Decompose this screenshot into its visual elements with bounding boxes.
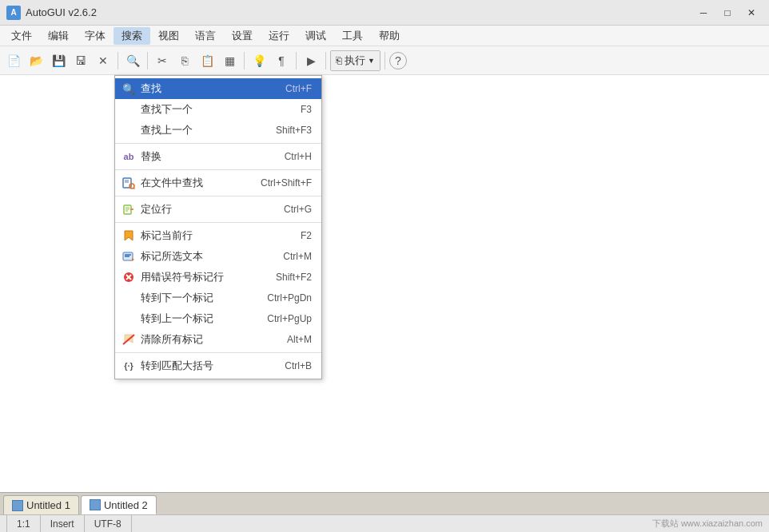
toolbar-open-button[interactable]: 📂 xyxy=(26,50,46,71)
mark-selected-label: 标记所选文本 xyxy=(141,249,203,264)
tab-bar: Untitled 1 Untitled 2 xyxy=(0,492,769,514)
main-area: 🔍 查找 Ctrl+F 查找下一个 F3 查找上一个 Shift+F3 ab xyxy=(0,75,769,492)
status-bar: 1:1 Insert UTF-8 下载站 www.xiazaizhan.com xyxy=(0,514,769,532)
exec-icon: ⎗ xyxy=(336,54,342,66)
toolbar-cut-button[interactable]: ✂ xyxy=(152,50,173,71)
toolbar-close-button[interactable]: ✕ xyxy=(93,50,114,71)
title-bar: A AutoGUI v2.6.2 ─ □ ✕ xyxy=(0,0,769,26)
menu-replace[interactable]: ab 替换 Ctrl+H xyxy=(115,146,321,167)
next-bookmark-shortcut: Ctrl+PgDn xyxy=(267,292,312,304)
tab1-icon xyxy=(12,500,23,511)
menu-tools[interactable]: 工具 xyxy=(334,27,371,45)
status-encoding: UTF-8 xyxy=(85,515,132,532)
prev-bookmark-label: 转到上一个标记 xyxy=(141,312,213,326)
find-in-files-label: 在文件中查找 xyxy=(141,176,203,190)
title-bar-controls: ─ □ ✕ xyxy=(692,4,763,22)
menu-find-in-files[interactable]: 在文件中查找 Ctrl+Shift+F xyxy=(115,173,321,193)
match-brace-label: 转到匹配大括号 xyxy=(141,359,213,373)
toolbar-new-button[interactable]: 📄 xyxy=(3,50,24,71)
replace-shortcut: Ctrl+H xyxy=(285,151,312,162)
menu-language[interactable]: 语言 xyxy=(187,27,224,45)
tab-untitled2[interactable]: Untitled 2 xyxy=(81,495,157,514)
menu-settings[interactable]: 设置 xyxy=(224,27,261,45)
search-dropdown-menu: 🔍 查找 Ctrl+F 查找下一个 F3 查找上一个 Shift+F3 ab xyxy=(114,75,322,379)
mark-error-icon xyxy=(122,270,136,284)
next-bookmark-label: 转到下一个标记 xyxy=(141,291,213,305)
match-brace-icon: {·} xyxy=(122,359,136,373)
toolbar-sep-4 xyxy=(296,52,297,69)
menu-search[interactable]: 搜索 xyxy=(114,27,150,45)
watermark: 下载站 www.xiazaizhan.com xyxy=(652,518,763,530)
toolbar-copy-button[interactable]: ⎘ xyxy=(174,50,195,71)
maximize-button[interactable]: □ xyxy=(716,4,739,22)
menu-mark-selected[interactable]: 标记所选文本 Ctrl+M xyxy=(115,246,321,267)
goto-line-shortcut: Ctrl+G xyxy=(284,204,312,215)
toolbar-select-button[interactable]: ▦ xyxy=(219,50,240,71)
find-prev-label: 查找上一个 xyxy=(141,123,193,137)
menu-find-prev[interactable]: 查找上一个 Shift+F3 xyxy=(115,120,321,141)
menu-edit[interactable]: 编辑 xyxy=(40,27,77,45)
menu-find-next[interactable]: 查找下一个 F3 xyxy=(115,99,321,120)
find-prev-shortcut: Shift+F3 xyxy=(276,125,312,136)
menu-next-bookmark[interactable]: 转到下一个标记 Ctrl+PgDn xyxy=(115,288,321,308)
menu-clear-bookmarks[interactable]: 清除所有标记 Alt+M xyxy=(115,329,321,350)
menu-goto-line[interactable]: 定位行 Ctrl+G xyxy=(115,199,321,220)
toolbar-help-button[interactable]: ? xyxy=(389,52,407,69)
toolbar-saveas-button[interactable]: 🖫 xyxy=(70,50,91,71)
menu-debug[interactable]: 调试 xyxy=(297,27,334,45)
toolbar-save-button[interactable]: 💾 xyxy=(48,50,69,71)
toolbar-sep-5 xyxy=(325,52,326,69)
app-icon: A xyxy=(6,6,21,20)
status-position: 1:1 xyxy=(6,515,41,532)
title-bar-title: AutoGUI v2.6.2 xyxy=(26,6,97,18)
tab-untitled1[interactable]: Untitled 1 xyxy=(3,495,79,514)
menu-font[interactable]: 字体 xyxy=(77,27,114,45)
toolbar-bookmark-button[interactable]: 💡 xyxy=(249,50,269,71)
svg-line-2 xyxy=(133,188,134,189)
close-button[interactable]: ✕ xyxy=(740,4,763,22)
next-bookmark-icon xyxy=(122,291,136,305)
dd-sep-3 xyxy=(115,196,321,197)
mark-error-label: 用错误符号标记行 xyxy=(141,270,224,284)
match-brace-shortcut: Ctrl+B xyxy=(285,360,312,371)
menu-run[interactable]: 运行 xyxy=(261,27,297,45)
toolbar-sep-3 xyxy=(244,52,245,69)
toolbar: 📄 📂 💾 🖫 ✕ 🔍 ✂ ⎘ 📋 ▦ 💡 ¶ ▶ ⎗ 执行 ▼ ? xyxy=(0,46,769,75)
menu-find[interactable]: 🔍 查找 Ctrl+F xyxy=(115,78,321,99)
menu-match-brace[interactable]: {·} 转到匹配大括号 Ctrl+B xyxy=(115,355,321,376)
toolbar-search-button[interactable]: 🔍 xyxy=(122,50,143,71)
goto-line-label: 定位行 xyxy=(141,202,172,216)
dd-sep-4 xyxy=(115,222,321,223)
mark-error-shortcut: Shift+F2 xyxy=(276,272,312,283)
toolbar-paste-button[interactable]: 📋 xyxy=(197,50,217,71)
minimize-button[interactable]: ─ xyxy=(692,4,715,22)
menu-view[interactable]: 视图 xyxy=(150,27,187,45)
mark-selected-icon xyxy=(122,249,136,264)
find-label: 查找 xyxy=(141,81,161,96)
toolbar-bookmark2-button[interactable]: ¶ xyxy=(271,50,292,71)
find-icon: 🔍 xyxy=(122,81,136,96)
menu-file[interactable]: 文件 xyxy=(3,27,40,45)
goto-line-icon xyxy=(122,202,136,216)
status-mode: Insert xyxy=(41,515,85,532)
exec-dropdown-icon: ▼ xyxy=(368,57,375,65)
toolbar-sep-1 xyxy=(118,52,118,69)
mark-current-label: 标记当前行 xyxy=(141,228,193,243)
menu-help[interactable]: 帮助 xyxy=(371,27,408,45)
mark-current-shortcut: F2 xyxy=(301,230,312,241)
dd-sep-2 xyxy=(115,169,321,170)
find-shortcut: Ctrl+F xyxy=(285,83,312,94)
menu-mark-current[interactable]: 标记当前行 F2 xyxy=(115,225,321,246)
tab2-icon xyxy=(90,499,101,510)
toolbar-sep-2 xyxy=(147,52,148,69)
tab1-label: Untitled 1 xyxy=(26,499,70,511)
find-in-files-icon xyxy=(122,176,136,190)
menu-prev-bookmark[interactable]: 转到上一个标记 Ctrl+PgUp xyxy=(115,308,321,329)
dd-sep-1 xyxy=(115,143,321,144)
clear-bookmarks-label: 清除所有标记 xyxy=(141,332,203,347)
toolbar-play-button[interactable]: ▶ xyxy=(301,50,321,71)
menu-bar: 文件 编辑 字体 搜索 视图 语言 设置 运行 调试 工具 帮助 xyxy=(0,26,769,46)
toolbar-exec-button[interactable]: ⎗ 执行 ▼ xyxy=(330,50,381,71)
clear-bookmarks-shortcut: Alt+M xyxy=(287,334,312,345)
menu-mark-error[interactable]: 用错误符号标记行 Shift+F2 xyxy=(115,267,321,288)
